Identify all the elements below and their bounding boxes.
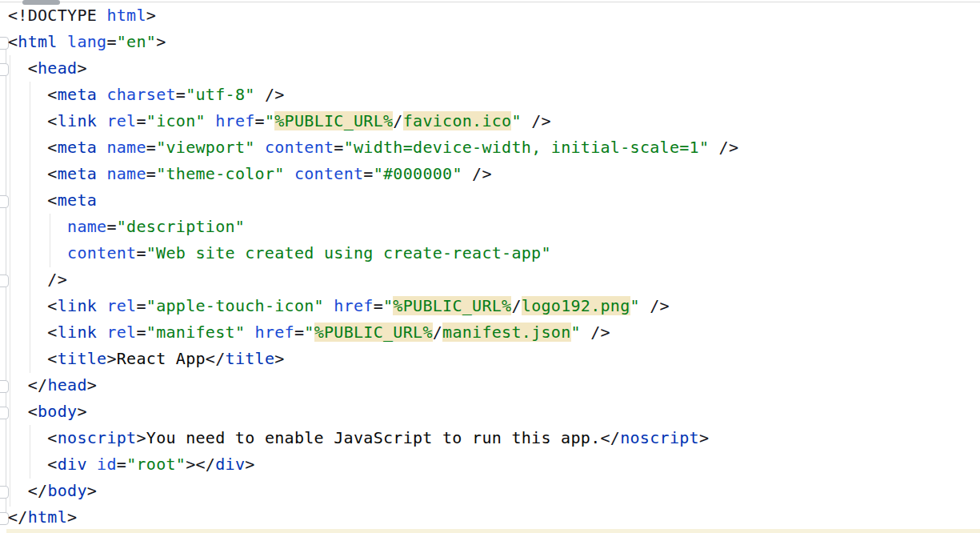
code-token: /> (522, 111, 551, 130)
editor-viewport: { "app": { "type": "code-editor", "file_… (0, 0, 980, 533)
code-token: < (8, 111, 58, 130)
code-token: < (8, 402, 38, 421)
code-line[interactable]: </head> (8, 372, 980, 399)
code-line[interactable]: <head> (8, 55, 980, 82)
code-line[interactable]: <div id="root"></div> (8, 451, 980, 478)
code-token: "#000000" (374, 164, 462, 183)
code-token (97, 164, 106, 183)
code-token: = (255, 111, 265, 130)
code-token: / (393, 111, 402, 130)
code-token: < (8, 32, 18, 51)
code-token: </ (600, 428, 620, 447)
code-token: = (117, 455, 126, 474)
code-line[interactable]: <title>React App</title> (8, 346, 980, 372)
code-token: title (58, 349, 107, 368)
code-token: < (8, 85, 58, 104)
code-token: > (77, 402, 86, 421)
code-token: "icon" (146, 111, 206, 130)
code-token (97, 138, 106, 157)
code-token: /> (709, 138, 738, 157)
code-token: rel (106, 111, 136, 130)
code-token (285, 164, 294, 183)
code-token: body (38, 402, 77, 421)
partial-line-highlight (6, 529, 980, 533)
code-token: div (58, 455, 87, 474)
code-token: "description" (117, 217, 245, 236)
code-line[interactable]: <meta name="theme-color" content="#00000… (8, 161, 980, 187)
code-token: link (58, 296, 97, 315)
code-token: You need to enable JavaScript to run thi… (146, 428, 601, 447)
code-token (8, 243, 67, 262)
code-line[interactable]: <meta name="viewport" content="width=dev… (8, 134, 980, 161)
code-token: </ (8, 507, 28, 527)
code-token: link (58, 323, 97, 342)
code-token: content (67, 243, 136, 262)
code-token: > (87, 375, 97, 395)
code-token: /> (255, 85, 285, 104)
code-token: " (511, 111, 521, 130)
code-token: href (255, 323, 294, 342)
code-token: < (8, 138, 58, 157)
code-token: href (215, 111, 254, 130)
code-token: = (106, 217, 116, 236)
code-token: " (630, 296, 640, 315)
template-token: %PUBLIC_URL% (393, 296, 511, 315)
code-token: /> (640, 296, 670, 315)
code-token: "root" (126, 455, 186, 474)
code-token: = (136, 296, 146, 315)
code-token: head (47, 375, 86, 395)
code-token (87, 455, 97, 474)
code-token: > (77, 58, 86, 78)
code-line[interactable]: name="description" (8, 214, 980, 240)
code-token: < (8, 455, 58, 474)
code-token: < (8, 349, 58, 368)
code-line[interactable]: content="Web site created using create-r… (8, 240, 980, 266)
code-token: = (294, 323, 304, 342)
code-line[interactable]: <!DOCTYPE html> (8, 2, 980, 29)
code-token: = (106, 32, 116, 51)
code-token: > (87, 481, 97, 500)
code-token: > (274, 349, 284, 368)
code-token: = (146, 138, 156, 157)
code-token: < (8, 323, 58, 342)
code-token: > (146, 6, 156, 25)
code-token: < (8, 428, 58, 447)
code-token: name (106, 164, 146, 183)
code-token: "en" (117, 32, 156, 51)
code-token: " (571, 323, 581, 342)
code-token: content (294, 164, 363, 183)
code-token: = (136, 243, 146, 262)
code-line[interactable]: <link rel="manifest" href="%PUBLIC_URL%/… (8, 319, 980, 346)
code-token: < (8, 296, 58, 315)
code-line[interactable]: <body> (8, 399, 980, 425)
code-line[interactable]: </body> (8, 478, 980, 504)
code-line[interactable]: <meta (8, 187, 980, 214)
code-editor[interactable]: <!DOCTYPE html><html lang="en"> <head> <… (0, 0, 980, 533)
code-token: = (146, 164, 156, 183)
code-token: < (8, 190, 58, 210)
code-token (97, 296, 106, 315)
code-token: ></ (186, 455, 215, 474)
code-token: > (245, 455, 254, 474)
code-token: noscript (620, 428, 699, 447)
code-token (206, 111, 215, 130)
code-token: charset (106, 85, 175, 104)
code-line[interactable]: <link rel="apple-touch-icon" href="%PUBL… (8, 293, 980, 319)
code-token (255, 138, 265, 157)
code-token: id (97, 455, 117, 474)
code-line[interactable]: /> (8, 266, 980, 293)
code-line[interactable]: <html lang="en"> (8, 29, 980, 55)
code-line[interactable]: </html> (8, 504, 980, 531)
code-token: meta (58, 138, 97, 157)
template-token: logo192.png (522, 296, 630, 315)
code-token (97, 111, 106, 130)
code-token: "manifest" (146, 323, 245, 342)
code-token (58, 32, 67, 51)
code-token: > (136, 428, 146, 447)
code-line[interactable]: <link rel="icon" href="%PUBLIC_URL%/favi… (8, 108, 980, 134)
code-token (324, 296, 334, 315)
code-token: rel (106, 323, 136, 342)
code-line[interactable]: <noscript>You need to enable JavaScript … (8, 425, 980, 451)
code-token: "Web site created using create-react-app… (146, 243, 551, 262)
code-line[interactable]: <meta charset="utf-8" /> (8, 82, 980, 108)
